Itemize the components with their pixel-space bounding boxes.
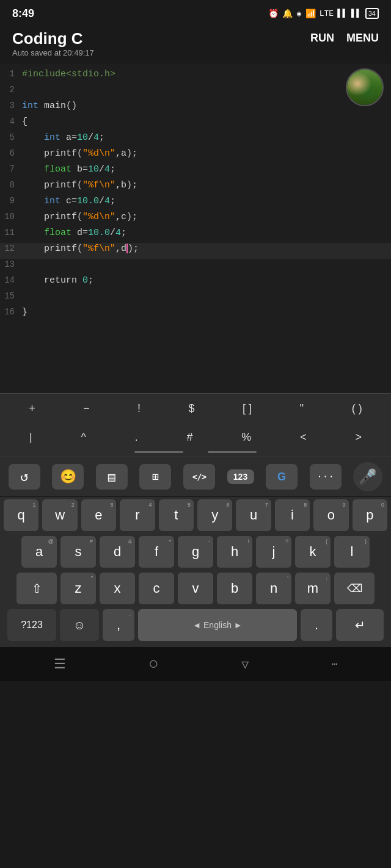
google-button[interactable]: G	[266, 464, 298, 490]
emoji-icon: ☺	[73, 619, 86, 631]
code-token: /	[99, 164, 104, 175]
symbol-caret[interactable]: ^	[77, 429, 89, 446]
line-content: #include<stdio.h>	[22, 69, 391, 79]
symbol-hash[interactable]: #	[183, 429, 197, 446]
nav-home-icon[interactable]: ○	[148, 655, 159, 674]
code-token: 4	[93, 132, 99, 143]
symbol-quotes[interactable]: ''	[296, 400, 307, 418]
key-a[interactable]: @a	[21, 536, 57, 568]
code-token: main()	[38, 101, 77, 111]
key-l[interactable]: )l	[334, 536, 370, 568]
microphone-button[interactable]: 🎤	[353, 462, 382, 491]
key-x[interactable]: x	[100, 573, 135, 604]
key-label: x	[114, 582, 121, 595]
key-n[interactable]: 'n	[256, 573, 291, 604]
number-mode-key[interactable]: ?123	[7, 609, 56, 641]
emoji-key[interactable]: ☺	[60, 609, 99, 641]
nav-apps-icon[interactable]: ⋯	[332, 658, 338, 670]
symbol-lt[interactable]: <	[296, 429, 310, 446]
key-y[interactable]: 6y	[197, 499, 232, 531]
signal-icon: LTE	[320, 9, 334, 18]
key-e[interactable]: 3e	[81, 499, 116, 531]
symbol-minus[interactable]: −	[79, 400, 93, 418]
period-key[interactable]: .	[301, 609, 332, 641]
shift-icon: ⇧	[32, 582, 42, 595]
symbol-dot[interactable]: .	[131, 429, 142, 446]
key-label: v	[192, 582, 199, 595]
symbol-bar-row1: + − ! $ [ ] '' ( )	[0, 393, 391, 424]
backspace-key[interactable]: ⌫	[334, 573, 375, 604]
code-token: 4	[115, 228, 121, 238]
key-k[interactable]: (k	[295, 536, 331, 568]
key-f[interactable]: *f	[139, 536, 174, 568]
symbol-pipe[interactable]: |	[26, 429, 36, 446]
line-number: 11	[0, 228, 22, 237]
code-token: ;	[110, 196, 115, 206]
key-g[interactable]: -g	[178, 536, 213, 568]
key-m[interactable]: :m	[295, 573, 331, 604]
enter-key[interactable]: ↵	[336, 609, 384, 641]
key-c[interactable]: c	[139, 573, 174, 604]
key-b[interactable]: b	[217, 573, 252, 604]
symbol-dollar[interactable]: $	[185, 400, 199, 418]
symbol-exclaim[interactable]: !	[134, 400, 144, 418]
clipboard-button[interactable]: ⊞	[139, 464, 171, 490]
more-options-button[interactable]: ···	[310, 464, 342, 490]
emoji-button[interactable]: 😊	[52, 464, 84, 490]
run-button[interactable]: RUN	[310, 32, 334, 45]
key-top-label: 1	[32, 502, 35, 508]
key-r[interactable]: 4r	[120, 499, 155, 531]
shift-key[interactable]: ⇧	[16, 573, 57, 604]
symbol-gt[interactable]: >	[351, 429, 365, 446]
editor-empty-space[interactable]	[0, 344, 391, 393]
key-p[interactable]: 0p	[353, 499, 387, 531]
code-token: ;	[99, 132, 104, 143]
numeric-mode-button[interactable]: 123	[227, 469, 254, 484]
comma-key[interactable]: ... ,	[103, 609, 134, 641]
code-token: 0	[82, 275, 88, 286]
code-token: }	[22, 307, 27, 317]
symbol-plus[interactable]: +	[25, 400, 39, 418]
code-token	[22, 132, 44, 143]
key-u[interactable]: 7u	[236, 499, 271, 531]
menu-button[interactable]: MENU	[346, 32, 379, 45]
code-token	[22, 228, 44, 238]
key-label: l	[351, 545, 354, 559]
code-token: /	[110, 228, 115, 238]
key-i[interactable]: 8i	[275, 499, 310, 531]
space-key[interactable]: ◄ English ►	[138, 609, 297, 641]
line-content: return 0;	[22, 275, 391, 286]
key-s[interactable]: #s	[60, 536, 96, 568]
nav-back-icon[interactable]: ▽	[241, 657, 249, 672]
code-token: /	[88, 132, 93, 143]
keyboard-layout-button[interactable]: ▤	[96, 464, 128, 490]
key-z[interactable]: "z	[60, 573, 96, 604]
key-w[interactable]: 2w	[42, 499, 77, 531]
key-label: p	[366, 508, 373, 522]
code-token: printf(	[22, 244, 82, 254]
symbol-bar-row2: | ^ . # % < >	[0, 424, 391, 449]
symbol-percent[interactable]: %	[238, 429, 255, 446]
nav-menu-icon[interactable]: ☰	[54, 656, 66, 673]
key-j[interactable]: ?j	[256, 536, 291, 568]
key-q[interactable]: 1q	[4, 499, 38, 531]
undo-button[interactable]: ↺	[9, 464, 40, 490]
code-token: ;	[110, 164, 115, 175]
key-top-label: 7	[265, 502, 268, 508]
key-o[interactable]: 9o	[313, 499, 348, 531]
line-number: 15	[0, 291, 22, 301]
line-content: printf("%f\n",b);	[22, 180, 391, 190]
line-content: }	[22, 307, 391, 317]
key-v[interactable]: v	[178, 573, 213, 604]
key-label: a	[35, 545, 43, 559]
code-token: b=	[71, 164, 88, 175]
symbol-parens[interactable]: ( )	[348, 400, 366, 418]
symbol-brackets[interactable]: [ ]	[239, 400, 255, 418]
code-editor[interactable]: 1 #include<stdio.h> 2 3 int main() 4 { 5…	[0, 63, 391, 344]
key-h[interactable]: !h	[217, 536, 252, 568]
alarm-icon: ⏰	[268, 9, 279, 19]
code-token: );	[128, 244, 139, 254]
key-t[interactable]: 5t	[159, 499, 194, 531]
key-d[interactable]: &d	[100, 536, 135, 568]
code-button[interactable]: </>	[183, 464, 215, 490]
